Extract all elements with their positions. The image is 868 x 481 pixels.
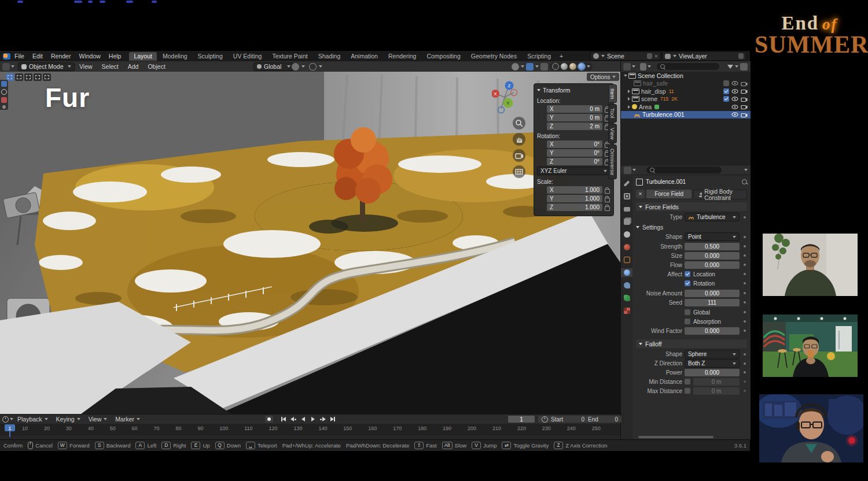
noise-amount-field[interactable]: 0.000 bbox=[685, 290, 740, 297]
3d-viewport[interactable]: Fur Z X Y bbox=[0, 72, 620, 414]
min-distance-field[interactable]: 0 m bbox=[693, 378, 740, 386]
outliner-editor-type-button[interactable] bbox=[623, 63, 635, 71]
rotation-field[interactable]: Y0° bbox=[547, 149, 602, 157]
animate-dot[interactable] bbox=[744, 245, 746, 247]
animate-dot[interactable] bbox=[744, 254, 746, 257]
workspace-tab[interactable]: Compositing bbox=[422, 52, 465, 61]
falloff-section-header[interactable]: Falloff bbox=[636, 339, 747, 348]
animate-dot[interactable] bbox=[744, 282, 746, 284]
topbar-menu-item[interactable]: File bbox=[10, 53, 28, 60]
animate-dot[interactable] bbox=[744, 292, 746, 294]
zoom-button[interactable] bbox=[513, 117, 525, 130]
close-icon[interactable]: × bbox=[654, 53, 658, 60]
affect-location-checkbox[interactable] bbox=[685, 271, 690, 277]
scene-selector[interactable]: Scene × bbox=[590, 51, 661, 61]
npanel-tab[interactable]: Omniverse bbox=[608, 145, 617, 179]
options-dropdown[interactable]: Options bbox=[587, 73, 619, 81]
timeline-editor-type-button[interactable] bbox=[2, 416, 13, 423]
disclosure-icon[interactable] bbox=[624, 75, 627, 77]
hide-eye-icon[interactable] bbox=[731, 105, 738, 109]
power-field[interactable]: 0.000 bbox=[685, 369, 740, 376]
hide-eye-icon[interactable] bbox=[731, 89, 738, 94]
tab-world[interactable] bbox=[621, 243, 632, 251]
hide-eye-icon[interactable] bbox=[731, 97, 738, 101]
workspace-tab[interactable]: Shading bbox=[314, 52, 345, 61]
workspace-tab[interactable]: Modeling bbox=[158, 52, 192, 61]
chevron-down-icon[interactable] bbox=[735, 65, 738, 68]
properties-editor-type-button[interactable] bbox=[624, 166, 636, 174]
next-keyframe-button[interactable] bbox=[318, 416, 327, 423]
solid-shading-icon[interactable] bbox=[561, 63, 568, 70]
properties-search-input[interactable] bbox=[646, 166, 722, 173]
location-field[interactable]: X0 m bbox=[547, 105, 602, 113]
rotation-mode-dropdown[interactable]: XYZ Euler bbox=[537, 166, 610, 175]
viewport-menu-item[interactable]: Object bbox=[143, 63, 170, 70]
copy-icon[interactable] bbox=[738, 53, 744, 59]
tab-scene[interactable] bbox=[621, 230, 632, 239]
timeline-menu-item[interactable]: Playback bbox=[13, 416, 52, 423]
lock-icon[interactable] bbox=[605, 206, 610, 211]
view-layer-selector[interactable]: ViewLayer bbox=[662, 51, 746, 61]
viewport-menu-item[interactable]: Add bbox=[123, 63, 144, 70]
tab-output[interactable] bbox=[621, 205, 632, 213]
chevron-down-icon[interactable] bbox=[587, 65, 590, 68]
select-mode-tool-icon[interactable] bbox=[34, 73, 42, 81]
topbar-menu-item[interactable]: Edit bbox=[28, 53, 47, 60]
camera-view-button[interactable] bbox=[513, 149, 525, 162]
tab-constraints[interactable] bbox=[621, 281, 632, 290]
outliner-row-hair-safe[interactable]: hair_safe bbox=[621, 80, 751, 88]
topbar-menu-item[interactable]: Window bbox=[75, 53, 104, 60]
play-button[interactable] bbox=[308, 416, 317, 423]
select-extend-tool-icon[interactable] bbox=[43, 73, 51, 81]
toggle-ortho-button[interactable] bbox=[513, 165, 525, 178]
outliner-row-scene-collection[interactable]: Scene Collection bbox=[621, 72, 751, 80]
show-gizmo-icon[interactable] bbox=[512, 63, 519, 71]
exclude-checkbox[interactable] bbox=[723, 88, 729, 94]
rotation-field[interactable]: X0° bbox=[547, 140, 602, 148]
workspace-tab[interactable]: Rendering bbox=[384, 52, 421, 61]
animate-dot[interactable] bbox=[744, 264, 746, 266]
scale-field[interactable]: X1.000 bbox=[547, 186, 602, 194]
pan-hand-button[interactable] bbox=[513, 133, 525, 146]
absorption-checkbox[interactable] bbox=[685, 319, 690, 324]
timeline-menu-item[interactable]: Marker bbox=[111, 416, 144, 423]
affect-rotation-checkbox[interactable] bbox=[685, 280, 690, 286]
tab-render[interactable] bbox=[621, 192, 632, 201]
cursor-tool-icon[interactable] bbox=[1, 89, 7, 95]
type-dropdown[interactable]: Turbulence bbox=[685, 213, 740, 221]
disclosure-icon[interactable] bbox=[628, 97, 630, 101]
rigid-body-constraint-button[interactable]: Rigid Body Constraint bbox=[693, 190, 747, 199]
exclude-checkbox[interactable] bbox=[723, 96, 729, 102]
npanel-tab[interactable]: Tool bbox=[608, 104, 617, 122]
scale-field[interactable]: Z1.000 bbox=[547, 204, 602, 211]
force-fields-section-header[interactable]: Force Fields bbox=[636, 202, 747, 211]
animate-dot[interactable] bbox=[744, 330, 746, 332]
navigation-gizmo[interactable]: Z X Y bbox=[492, 80, 520, 116]
measure-tool-icon[interactable] bbox=[2, 105, 6, 109]
disable-render-camera-icon[interactable] bbox=[741, 112, 748, 117]
falloff-shape-dropdown[interactable]: Sphere bbox=[685, 350, 740, 358]
snap-magnet-icon[interactable] bbox=[292, 63, 299, 71]
outliner-display-mode[interactable] bbox=[640, 63, 651, 71]
wireframe-shading-icon[interactable] bbox=[552, 63, 559, 70]
disclosure-icon[interactable] bbox=[628, 105, 630, 109]
select-circle-tool-icon[interactable] bbox=[15, 73, 23, 81]
chevron-down-icon[interactable] bbox=[521, 65, 524, 68]
timeline-menu-item[interactable]: Keying bbox=[52, 416, 84, 423]
horizontal-scrollbar[interactable] bbox=[638, 436, 713, 438]
location-field[interactable]: Z2 m bbox=[547, 123, 602, 130]
tab-texture[interactable] bbox=[621, 306, 632, 315]
disclosure-icon[interactable] bbox=[628, 90, 630, 93]
chevron-down-icon[interactable] bbox=[301, 65, 305, 68]
editor-type-button[interactable] bbox=[2, 63, 14, 71]
select-tool-icon[interactable] bbox=[1, 81, 7, 87]
add-workspace-button[interactable]: + bbox=[556, 53, 567, 60]
proportional-edit-icon[interactable] bbox=[309, 63, 317, 71]
transform-panel-header[interactable]: Transform bbox=[537, 86, 610, 96]
workspace-tab[interactable]: Layout bbox=[129, 52, 157, 61]
animate-dot[interactable] bbox=[744, 390, 746, 392]
outliner-row-scene[interactable]: scene 715 2K bbox=[621, 95, 751, 103]
tab-object-data[interactable] bbox=[621, 294, 632, 302]
remove-force-field-button[interactable]: × bbox=[636, 190, 645, 198]
jump-to-start-button[interactable] bbox=[279, 416, 288, 423]
